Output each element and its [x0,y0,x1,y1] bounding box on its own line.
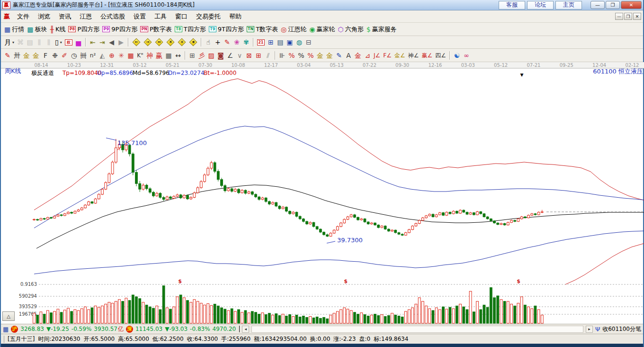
restore-button[interactable]: ❐ [606,1,620,9]
period-month-dropdown[interactable]: 月▾ [3,37,16,47]
notes-button[interactable]: ▤ [276,37,285,47]
diamond-cross-button[interactable]: × [165,37,176,47]
homepage-button[interactable]: 主页 [555,1,582,9]
gold-line-button[interactable]: 金 [325,50,334,61]
ruler-123-button[interactable]: ▦ [164,50,173,61]
menu-item-公式选股[interactable]: 公式选股 [96,11,129,22]
gold-circle-button[interactable]: 金 [315,50,325,61]
percent-tool-button[interactable]: % [296,50,306,61]
diamond-right-button[interactable]: → [142,37,153,47]
last-page-button[interactable]: ⇥ [98,37,107,47]
gann-grid-button[interactable]: 卅 [12,50,22,61]
child-restore-button[interactable]: ❐ [624,13,632,20]
price-grid-button[interactable]: 卌 [79,50,88,61]
taiji-button[interactable]: ☯ [452,50,462,61]
gold-red-button[interactable]: 金 [353,50,363,61]
kline-chart[interactable]: 08-1410-2312-3103-1205-2107-3010-0812-17… [1,62,644,324]
coord9-tool-button[interactable]: ⫼ [44,37,54,47]
diamond-hboth-button[interactable]: ↔ [153,37,165,47]
t-number-table-button[interactable]: TNT数字表 [245,24,279,35]
k-mark-button[interactable]: K" [135,50,145,61]
red-grid2-button[interactable]: ⊞ [254,50,263,61]
panel-expand-button[interactable]: △ [2,311,15,321]
star-circle-button[interactable]: ✳ [116,50,126,61]
gold-ratio-button[interactable]: 金 [22,50,31,61]
p-number-table-button[interactable]: PNP数字表 [139,24,173,35]
percent-equal-button[interactable]: % [306,50,315,61]
calculator-button[interactable]: ⊞ [266,37,276,47]
percent-line-button[interactable]: % [287,50,296,61]
menu-item-江恩[interactable]: 江恩 [75,11,96,22]
hexagon-button[interactable]: ⬡六角形 [337,24,365,35]
angle-ruler-button[interactable]: ◭ [98,50,107,61]
square-grid-button[interactable]: ▦ [126,50,135,61]
pen-grid-button[interactable]: ✐ [60,50,69,61]
spiral-button[interactable]: ❉ [50,50,60,61]
axis-tool-button[interactable]: ⊞ [188,50,197,61]
menu-item-浏览[interactable]: 浏览 [34,11,54,22]
coord3-tool-button[interactable]: ⫼ [35,37,44,47]
j-angle-button[interactable]: J∠ [372,50,382,61]
menu-item-交易委托[interactable]: 交易委托 [192,11,225,22]
scroll-left-button[interactable]: ◂ [242,326,249,333]
ying-tool-button[interactable]: 赢 [154,50,164,61]
first-page-button[interactable]: ⇤ [88,37,98,47]
stamp-tool-button[interactable]: ❀ [232,37,242,47]
angle-equal-button[interactable]: ⊿ [363,50,372,61]
time-cycle-button[interactable]: ◷ [69,50,79,61]
fan-box-button[interactable]: ◙ [216,50,225,61]
shen-angle-button[interactable]: 神∠ [407,50,420,61]
quotes-grid-icon[interactable]: ▦ [3,326,9,333]
diamond-plus-button[interactable]: + [176,37,188,47]
shen-tool-button[interactable]: 神 [145,50,154,61]
f-angle-button[interactable]: F∠ [382,50,393,61]
t-square-button[interactable]: T8T四方形 [173,24,207,35]
price-scale-button[interactable]: ⊪ [277,50,287,61]
customer-service-button[interactable]: 客服 [499,1,525,9]
kline-button[interactable]: ╫K线 [48,24,67,35]
sectors-button[interactable]: ▩板块 [26,24,48,35]
gold-grid-button[interactable]: 金 [31,50,41,61]
a-grid-button[interactable]: A [344,50,353,61]
angle-lines-button[interactable]: ∠ [225,50,235,61]
color-volume-button[interactable]: ▅ [74,37,83,47]
infinity-button[interactable]: ∞ [462,50,471,61]
candle-style-dropdown[interactable]: ▯▾ [54,37,63,47]
child-minimize-button[interactable]: — [615,13,623,20]
h-measure-button[interactable]: ↔ [173,50,183,61]
nine-t-square-button[interactable]: T99T四方形 [207,24,245,35]
calendar-button[interactable]: 21 [256,37,266,47]
four-angle-button[interactable]: 四∠ [434,50,447,61]
close-button[interactable]: ✕ [621,1,642,9]
ying-angle-button[interactable]: 赢∠ [420,50,434,61]
diamond-star-button[interactable]: ∗ [188,37,199,47]
fibonacci-button[interactable]: F [41,50,50,61]
doc-tool-button[interactable]: ▤ [25,37,35,47]
p-square-button[interactable]: P8P四方形 [67,24,101,35]
menu-item-文件[interactable]: 文件 [13,11,34,22]
print-button[interactable]: ⊟ [304,37,313,47]
crosshair-button[interactable]: + [213,37,223,47]
scroll-right-button[interactable]: ▸ [586,326,593,333]
forum-button[interactable]: 论坛 [527,1,554,9]
child-close-button[interactable]: ✕ [633,13,641,20]
pattern-tool-button[interactable]: ✾ [242,37,251,47]
winner-service-button[interactable]: $赢家服务 [365,24,398,35]
next-page-button[interactable]: ▶ [116,37,126,47]
menu-item-窗口[interactable]: 窗口 [171,11,192,22]
minimize-button[interactable]: — [590,1,605,9]
winner-wheel-button[interactable]: ◉赢家轮 [308,24,336,35]
fan-square-button[interactable]: ▨ [206,50,216,61]
tick-detail-link[interactable]: 收601100分笔 [602,325,641,333]
hand-tool-button[interactable]: ☝ [204,37,213,47]
quotes-button[interactable]: ▦行情 [3,24,26,35]
n-square-button[interactable]: n² [88,50,98,61]
zigzag-button[interactable]: ∨ [235,50,244,61]
gann-wheel-button[interactable]: ◎江恩轮 [279,24,308,35]
nine-p-square-button[interactable]: P99P四方形 [101,24,139,35]
rights-adjust-button[interactable]: 权 [63,37,74,47]
fan-lines-button[interactable]: 彡 [197,50,206,61]
menu-item-帮助[interactable]: 帮助 [225,11,246,22]
menu-item-资讯[interactable]: 资讯 [54,11,75,22]
brush-button[interactable]: ✎ [334,50,344,61]
